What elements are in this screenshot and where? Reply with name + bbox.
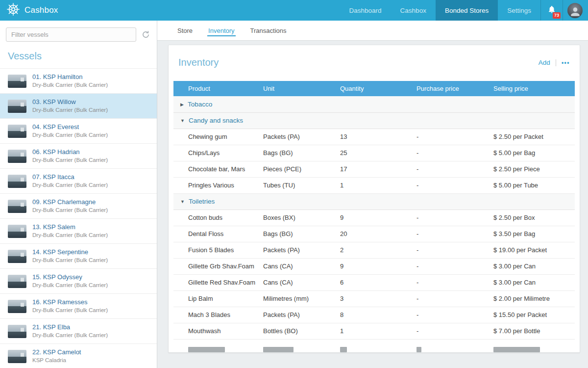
nav-item-dashboard[interactable]: Dashboard (340, 0, 391, 21)
add-button[interactable]: Add (539, 59, 550, 66)
cell-product: Mouthwash (173, 323, 263, 339)
vessel-subtitle: Dry-Bulk Carrier (Bulk Carrier) (32, 157, 108, 164)
vessel-item[interactable]: 01. KSP HamiltonDry-Bulk Carrier (Bulk C… (0, 68, 157, 93)
category-row-tobacco[interactable]: ▶Tobacco (173, 96, 575, 112)
vessel-item[interactable]: 16. KSP RamessesDry-Bulk Carrier (Bulk C… (0, 293, 157, 318)
vessel-thumbnail-image (8, 75, 26, 88)
cell-quantity: 3 (340, 290, 416, 307)
inventory-card: Inventory Add ••• ProductUnitQuantityPur… (168, 45, 580, 353)
table-header-row: ProductUnitQuantityPurchase priceSelling… (173, 81, 575, 96)
category-cell: ▼Toiletries (173, 193, 575, 210)
cell-unit: Packets (PA) (263, 129, 340, 145)
avatar[interactable] (567, 3, 583, 18)
vessel-text: 16. KSP RamessesDry-Bulk Carrier (Bulk C… (32, 298, 108, 314)
nav-item-cashbox[interactable]: Cashbox (391, 0, 436, 21)
cell-unit: Packets (PA) (263, 307, 340, 323)
cell-product: Mach 3 Blades (173, 307, 263, 323)
vessel-name: 03. KSP Willow (32, 98, 108, 106)
notifications-button[interactable]: 73 (540, 0, 563, 21)
category-name: Candy and snacks (189, 117, 243, 124)
cell-selling-price: $ 7.00 per Bottle (493, 323, 575, 339)
inventory-row[interactable]: Mach 3 BladesPackets (PA)8-$ 15.50 per P… (173, 307, 575, 323)
vessel-item[interactable]: 21. KSP ElbaDry-Bulk Carrier (Bulk Carri… (0, 318, 157, 343)
vessel-item[interactable]: 04. KSP EverestDry-Bulk Carrier (Bulk Ca… (0, 118, 157, 143)
cell-product: Chocolate bar, Mars (173, 161, 263, 177)
vessel-name: 14. KSP Serpentine (32, 248, 108, 256)
vessel-name: 21. KSP Elba (32, 323, 108, 331)
column-header-purchase-price: Purchase price (416, 81, 493, 96)
vessel-item[interactable]: 07. KSP ItaccaDry-Bulk Carrier (Bulk Car… (0, 168, 157, 193)
inventory-row[interactable]: Chocolate bar, MarsPieces (PCE)17-$ 2.50… (173, 161, 575, 177)
cell-selling-price: $ 2.50 per Box (493, 210, 575, 226)
inventory-row[interactable]: Fusion 5 BladesPackets (PA)2-$ 19.00 per… (173, 242, 575, 258)
inventory-row-clipped (173, 339, 575, 353)
filter-vessels-input[interactable] (6, 27, 136, 42)
cell-quantity: 9 (340, 258, 416, 274)
category-cell: ▼Candy and snacks (173, 112, 575, 129)
vessel-thumbnail-image (8, 125, 26, 138)
inventory-row[interactable]: Pringles VariousTubes (TU)1-$ 5.00 per T… (173, 177, 575, 193)
cell-purchase-price: - (416, 290, 493, 307)
cell-product: Fusion 5 Blades (173, 242, 263, 258)
inventory-row[interactable]: Cotton budsBoxes (BX)9-$ 2.50 per Box (173, 210, 575, 226)
vessel-item[interactable]: 14. KSP SerpentineDry-Bulk Carrier (Bulk… (0, 243, 157, 268)
cell-purchase-price: - (416, 274, 493, 290)
vessel-item[interactable]: 03. KSP WillowDry-Bulk Carrier (Bulk Car… (0, 93, 157, 118)
cell-product: Pringles Various (173, 177, 263, 193)
cell-unit: Boxes (BX) (263, 210, 340, 226)
nav-item-bonded-stores[interactable]: Bonded Stores (436, 0, 498, 21)
more-options-icon[interactable]: ••• (562, 59, 570, 66)
inventory-row[interactable]: Chewing gumPackets (PA)13-$ 2.50 per Pac… (173, 129, 575, 145)
vessel-item[interactable]: 13. KSP SalemDry-Bulk Carrier (Bulk Carr… (0, 218, 157, 243)
filter-row (0, 21, 157, 48)
cell-selling-price: $ 5.00 per Tube (493, 177, 575, 193)
cell-unit: Pieces (PCE) (263, 161, 340, 177)
cell-quantity: 20 (340, 226, 416, 242)
cell-selling-price: $ 2.50 per Packet (493, 129, 575, 145)
inventory-row[interactable]: Gillette Red Shav.FoamCans (CA)6-$ 3.00 … (173, 274, 575, 290)
brand[interactable]: Cashbox (0, 0, 65, 21)
inventory-table-body: ▶Tobacco▼Candy and snacksChewing gumPack… (173, 96, 575, 353)
category-row-toiletries[interactable]: ▼Toiletries (173, 193, 575, 210)
inventory-row[interactable]: Lip BalmMilimetres (mm)3-$ 2.00 per Mili… (173, 290, 575, 307)
tab-inventory[interactable]: Inventory (200, 21, 242, 40)
cell-quantity: 9 (340, 210, 416, 226)
vessel-subtitle: Dry-Bulk Carrier (Bulk Carrier) (32, 182, 108, 189)
category-cell: ▶Tobacco (173, 96, 575, 112)
inventory-row[interactable]: MouthwashBottles (BO)1-$ 7.00 per Bottle (173, 323, 575, 339)
cell-purchase-price: - (416, 177, 493, 193)
sidebar: Vessels 01. KSP HamiltonDry-Bulk Carrier… (0, 21, 157, 368)
inventory-row[interactable]: Chips/LaysBags (BG)25-$ 5.00 per Bag (173, 145, 575, 161)
vessel-name: 22. KSP Camelot (32, 348, 81, 356)
vessel-name: 13. KSP Salem (32, 223, 108, 231)
vessel-name: 16. KSP Ramesses (32, 298, 108, 306)
vessel-subtitle: Dry-Bulk Carrier (Bulk Carrier) (32, 232, 108, 239)
vessel-thumbnail-image (8, 325, 26, 338)
vessel-text: 06. KSP HadrianDry-Bulk Carrier (Bulk Ca… (32, 148, 108, 164)
inventory-row[interactable]: Dental FlossBags (BG)20-$ 3.50 per Bag (173, 226, 575, 242)
cell-product: Chips/Lays (173, 145, 263, 161)
vessel-item[interactable]: 09. KSP CharlemagneDry-Bulk Carrier (Bul… (0, 193, 157, 218)
vessel-thumbnail-image (8, 250, 26, 263)
vessel-subtitle: Dry-Bulk Carrier (Bulk Carrier) (32, 282, 108, 289)
tab-transactions[interactable]: Transactions (243, 21, 294, 40)
helm-logo-icon (7, 3, 20, 18)
nav-item-settings[interactable]: Settings (498, 0, 540, 21)
vessel-thumbnail-image (8, 175, 26, 188)
vessel-item[interactable]: 06. KSP HadrianDry-Bulk Carrier (Bulk Ca… (0, 143, 157, 168)
vessel-subtitle: KSP Caladria (32, 357, 81, 364)
tab-store[interactable]: Store (170, 21, 200, 40)
vessel-subtitle: Dry-Bulk Carrier (Bulk Carrier) (32, 257, 108, 264)
cell-unit: Cans (CA) (263, 258, 340, 274)
cell-selling-price: $ 2.50 per Piece (493, 161, 575, 177)
refresh-icon[interactable] (140, 30, 152, 39)
cell-quantity: 6 (340, 274, 416, 290)
cell-selling-price: $ 15.50 per Packet (493, 307, 575, 323)
category-row-candy-and-snacks[interactable]: ▼Candy and snacks (173, 112, 575, 129)
vessel-item[interactable]: 15. KSP OdysseyDry-Bulk Carrier (Bulk Ca… (0, 268, 157, 293)
vessel-text: 01. KSP HamiltonDry-Bulk Carrier (Bulk C… (32, 73, 108, 89)
inventory-row[interactable]: Gillette Grb Shav.FoamCans (CA)9-$ 3.00 … (173, 258, 575, 274)
clipped-text (188, 347, 225, 352)
vessel-item[interactable]: 22. KSP CamelotKSP Caladria (0, 343, 157, 368)
cell-selling-price: $ 2.00 per Milimetre (493, 290, 575, 307)
